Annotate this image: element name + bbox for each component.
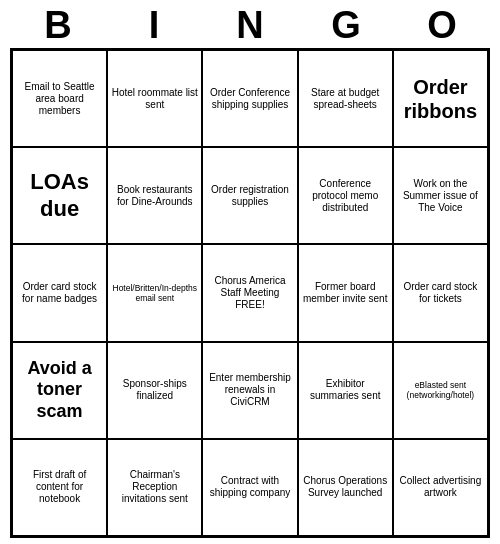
bingo-cell: Avoid a toner scam — [12, 342, 107, 439]
bingo-cell: Sponsor-ships finalized — [107, 342, 202, 439]
bingo-cell: LOAs due — [12, 147, 107, 244]
bingo-cell: Order Conference shipping supplies — [202, 50, 297, 147]
bingo-cell: Former board member invite sent — [298, 244, 393, 341]
bingo-cell: Chairman's Reception invitations sent — [107, 439, 202, 536]
bingo-header: BINGO — [10, 0, 490, 48]
bingo-cell: Email to Seattle area board members — [12, 50, 107, 147]
bingo-letter: I — [114, 6, 194, 44]
bingo-letter: N — [210, 6, 290, 44]
bingo-cell: Order registration supplies — [202, 147, 297, 244]
bingo-grid: Email to Seattle area board membersHotel… — [10, 48, 490, 538]
bingo-letter: O — [402, 6, 482, 44]
bingo-cell: Conference protocol memo distributed — [298, 147, 393, 244]
bingo-cell: Hotel/Britten/In-depths email sent — [107, 244, 202, 341]
bingo-cell: Chorus Operations Survey launched — [298, 439, 393, 536]
bingo-cell: Book restaurants for Dine-Arounds — [107, 147, 202, 244]
bingo-cell: Work on the Summer issue of The Voice — [393, 147, 488, 244]
bingo-cell: Collect advertising artwork — [393, 439, 488, 536]
bingo-cell: Contract with shipping company — [202, 439, 297, 536]
bingo-cell: Order ribbons — [393, 50, 488, 147]
bingo-cell: Chorus America Staff Meeting FREE! — [202, 244, 297, 341]
bingo-cell: Order card stock for tickets — [393, 244, 488, 341]
bingo-cell: Order card stock for name badges — [12, 244, 107, 341]
bingo-cell: Hotel roommate list sent — [107, 50, 202, 147]
bingo-letter: G — [306, 6, 386, 44]
bingo-cell: eBlasted sent (networking/hotel) — [393, 342, 488, 439]
bingo-cell: Stare at budget spread-sheets — [298, 50, 393, 147]
bingo-cell: First draft of content for notebook — [12, 439, 107, 536]
bingo-cell: Exhibitor summaries sent — [298, 342, 393, 439]
bingo-cell: Enter membership renewals in CiviCRM — [202, 342, 297, 439]
bingo-letter: B — [18, 6, 98, 44]
